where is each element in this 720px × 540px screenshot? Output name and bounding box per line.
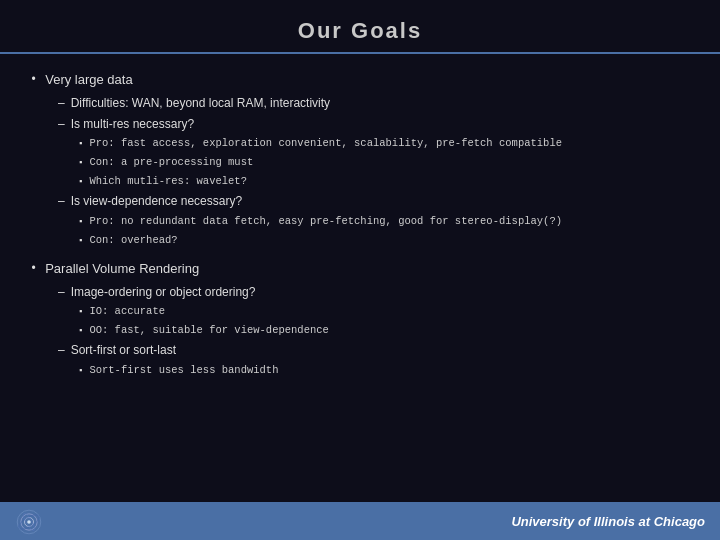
slide-header: Our Goals <box>0 0 720 54</box>
university-logo <box>10 506 52 536</box>
dash-text-sortfirst: Sort-first or sort-last <box>71 341 176 360</box>
dash-icon: – <box>58 283 65 302</box>
list-item: ▪ IO: accurate <box>78 303 690 320</box>
sub-sub-list-viewdep: ▪ Pro: no redundant data fetch, easy pre… <box>78 213 690 249</box>
sub-bullet-text: Pro: no redundant data fetch, easy pre-f… <box>89 213 562 229</box>
dash-item-multires: – Is multi-res necessary? <box>58 115 690 134</box>
sub-sub-list-sortfirst: ▪ Sort-first uses less bandwidth <box>78 362 690 379</box>
dash-text-difficulties: Difficulties: WAN, beyond local RAM, int… <box>71 94 330 113</box>
dash-icon: – <box>58 192 65 211</box>
dash-item-imageorder: – Image-ordering or object ordering? <box>58 283 690 302</box>
list-item: ▪ Pro: fast access, exploration convenie… <box>78 135 690 152</box>
sub-bullet-icon: ▪ <box>78 216 83 230</box>
dash-icon: – <box>58 341 65 360</box>
dash-text-multires: Is multi-res necessary? <box>71 115 194 134</box>
list-item: ▪ Which mutli-res: wavelet? <box>78 173 690 190</box>
dash-item-difficulties: – Difficulties: WAN, beyond local RAM, i… <box>58 94 690 113</box>
bullet-l1-text-parallel: Parallel Volume Rendering <box>45 259 199 279</box>
footer-university-label: University of Illinois at Chicago <box>511 514 705 529</box>
dash-icon: – <box>58 94 65 113</box>
slide: Our Goals • Very large data – Difficulti… <box>0 0 720 540</box>
bullet-l1-parallel: • Parallel Volume Rendering <box>30 259 690 279</box>
sub-bullet-icon: ▪ <box>78 235 83 249</box>
dash-icon: – <box>58 115 65 134</box>
sub-bullet-text: Pro: fast access, exploration convenient… <box>89 135 562 151</box>
slide-content: • Very large data – Difficulties: WAN, b… <box>0 58 720 399</box>
spiral-galaxy-icon <box>10 506 48 538</box>
section-parallel-volume: • Parallel Volume Rendering – Image-orde… <box>30 259 690 379</box>
bullet-dot-icon: • <box>30 260 37 279</box>
slide-title: Our Goals <box>0 18 720 44</box>
sub-list-very-large: – Difficulties: WAN, beyond local RAM, i… <box>58 94 690 248</box>
list-item: ▪ Sort-first uses less bandwidth <box>78 362 690 379</box>
sub-bullet-text: Which mutli-res: wavelet? <box>89 173 247 189</box>
sub-bullet-text: IO: accurate <box>89 303 165 319</box>
list-item: ▪ OO: fast, suitable for view-dependence <box>78 322 690 339</box>
sub-bullet-icon: ▪ <box>78 325 83 339</box>
section-very-large-data: • Very large data – Difficulties: WAN, b… <box>30 70 690 249</box>
bullet-l1-text: Very large data <box>45 70 132 90</box>
sub-bullet-text: Sort-first uses less bandwidth <box>89 362 278 378</box>
sub-bullet-text: OO: fast, suitable for view-dependence <box>89 322 328 338</box>
bullet-l1-very-large: • Very large data <box>30 70 690 90</box>
sub-bullet-icon: ▪ <box>78 306 83 320</box>
sub-bullet-icon: ▪ <box>78 138 83 152</box>
svg-point-3 <box>27 520 31 524</box>
sub-bullet-text: Con: a pre-processing must <box>89 154 253 170</box>
sub-sub-list-imageorder: ▪ IO: accurate ▪ OO: fast, suitable for … <box>78 303 690 339</box>
footer-bar: University of Illinois at Chicago <box>0 502 720 540</box>
sub-list-parallel: – Image-ordering or object ordering? ▪ I… <box>58 283 690 379</box>
sub-sub-list-multires: ▪ Pro: fast access, exploration convenie… <box>78 135 690 190</box>
list-item: ▪ Con: overhead? <box>78 232 690 249</box>
sub-bullet-icon: ▪ <box>78 365 83 379</box>
sub-bullet-icon: ▪ <box>78 157 83 171</box>
dash-text-imageorder: Image-ordering or object ordering? <box>71 283 256 302</box>
dash-item-sortfirst: – Sort-first or sort-last <box>58 341 690 360</box>
sub-bullet-text: Con: overhead? <box>89 232 177 248</box>
bullet-dot-icon: • <box>30 71 37 90</box>
list-item: ▪ Con: a pre-processing must <box>78 154 690 171</box>
dash-text-viewdep: Is view-dependence necessary? <box>71 192 242 211</box>
dash-item-viewdep: – Is view-dependence necessary? <box>58 192 690 211</box>
list-item: ▪ Pro: no redundant data fetch, easy pre… <box>78 213 690 230</box>
sub-bullet-icon: ▪ <box>78 176 83 190</box>
